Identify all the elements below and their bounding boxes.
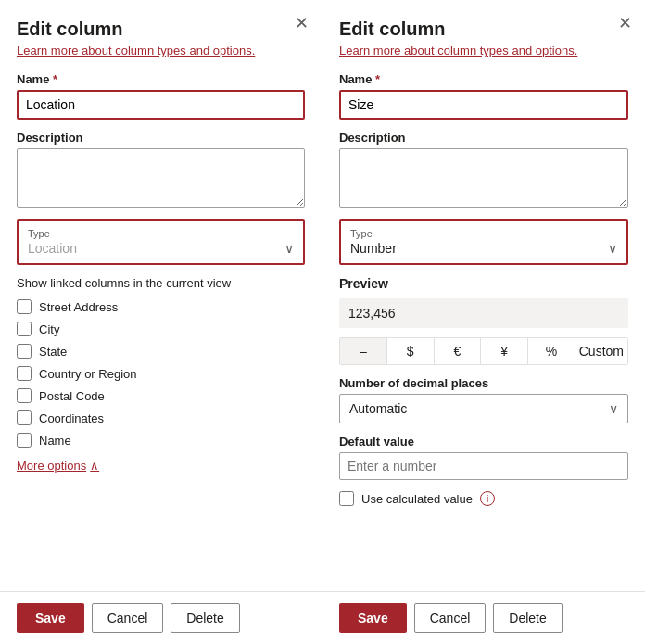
left-more-options[interactable]: More options ∧ <box>17 459 305 473</box>
format-btn-dollar[interactable]: $ <box>387 338 435 364</box>
right-save-button[interactable]: Save <box>339 603 407 633</box>
right-default-label: Default value <box>339 435 628 448</box>
left-checkbox-city-input[interactable] <box>17 322 32 336</box>
left-checkbox-state-label: State <box>39 345 67 359</box>
left-panel-title: Edit column <box>17 19 305 40</box>
right-type-value: Number <box>350 241 397 256</box>
format-btn-yen[interactable]: ¥ <box>481 338 528 364</box>
format-btn-euro[interactable]: € <box>435 338 482 364</box>
left-checkbox-country: Country or Region <box>17 366 305 381</box>
right-decimal-value: Automatic <box>349 401 407 416</box>
right-panel: ✕ Edit column Learn more about column ty… <box>322 0 645 644</box>
right-decimal-dropdown[interactable]: Automatic ∨ <box>339 394 628 423</box>
left-close-button[interactable]: ✕ <box>295 15 309 32</box>
right-name-input[interactable] <box>339 90 628 120</box>
left-type-label: Type <box>28 228 294 239</box>
left-type-section: Type Location ∨ <box>17 219 305 265</box>
right-footer: Save Cancel Delete <box>322 591 645 644</box>
right-name-label: Name * <box>339 72 628 86</box>
left-checkbox-name-label: Name <box>39 434 71 448</box>
right-calc-row: Use calculated value i <box>339 491 628 506</box>
left-checkbox-state-input[interactable] <box>17 344 32 359</box>
right-preview-label: Preview <box>339 276 628 291</box>
left-checkbox-name: Name <box>17 433 305 448</box>
right-cancel-button[interactable]: Cancel <box>414 603 487 633</box>
left-show-linked-label: Show linked columns in the current view <box>17 276 305 290</box>
left-checkbox-country-label: Country or Region <box>39 367 137 381</box>
left-panel-subtitle[interactable]: Learn more about column types and option… <box>17 44 305 57</box>
right-type-label: Type <box>350 228 617 239</box>
left-checkbox-state: State <box>17 344 305 359</box>
right-type-dropdown[interactable]: Number ∨ <box>350 241 617 256</box>
right-close-button[interactable]: ✕ <box>618 15 632 32</box>
left-checkbox-street: Street Address <box>17 299 305 314</box>
right-calc-checkbox[interactable] <box>339 491 354 506</box>
right-panel-title: Edit column <box>339 19 628 40</box>
left-type-dropdown[interactable]: Location ∨ <box>28 241 294 256</box>
right-description-label: Description <box>339 131 628 145</box>
right-chevron-icon: ∨ <box>608 241 617 256</box>
left-checkbox-street-label: Street Address <box>39 300 118 314</box>
format-btn-percent[interactable]: % <box>528 338 575 364</box>
right-delete-button[interactable]: Delete <box>493 603 562 633</box>
left-save-button[interactable]: Save <box>17 603 84 633</box>
right-info-icon[interactable]: i <box>480 491 495 506</box>
right-preview-value: 123,456 <box>339 298 628 328</box>
left-cancel-button[interactable]: Cancel <box>92 603 164 633</box>
left-checkbox-postal-input[interactable] <box>17 388 32 403</box>
left-checkbox-city-label: City <box>39 322 59 336</box>
left-delete-button[interactable]: Delete <box>171 603 239 633</box>
left-checkbox-name-input[interactable] <box>17 433 32 448</box>
right-format-row: – $ € ¥ % Custom <box>339 337 628 365</box>
format-btn-dash[interactable]: – <box>340 338 387 364</box>
left-checkbox-postal: Postal Code <box>17 388 305 403</box>
left-name-label: Name * <box>17 72 305 86</box>
right-decimal-chevron-icon: ∨ <box>609 401 618 416</box>
left-checkbox-postal-label: Postal Code <box>39 389 105 403</box>
left-chevron-icon: ∨ <box>285 241 294 256</box>
left-description-label: Description <box>17 131 305 145</box>
format-btn-custom[interactable]: Custom <box>575 338 627 364</box>
right-panel-subtitle[interactable]: Learn more about column types and option… <box>339 44 628 57</box>
left-footer: Save Cancel Delete <box>0 591 322 644</box>
left-panel: ✕ Edit column Learn more about column ty… <box>0 0 322 644</box>
left-checkbox-coordinates: Coordinates <box>17 410 305 425</box>
left-description-input[interactable] <box>17 148 305 208</box>
more-options-chevron-icon: ∧ <box>90 459 99 473</box>
left-checkbox-coordinates-input[interactable] <box>17 410 32 425</box>
left-type-value: Location <box>28 241 77 256</box>
right-description-input[interactable] <box>339 148 628 208</box>
left-name-input[interactable] <box>17 90 305 120</box>
left-checkbox-city: City <box>17 322 305 336</box>
left-checkbox-coordinates-label: Coordinates <box>39 411 104 425</box>
right-type-section: Type Number ∨ <box>339 219 628 265</box>
right-decimal-label: Number of decimal places <box>339 376 628 390</box>
right-default-input[interactable] <box>339 452 628 480</box>
left-checkbox-country-input[interactable] <box>17 366 32 381</box>
right-calc-label: Use calculated value <box>361 492 473 506</box>
left-checkbox-street-input[interactable] <box>17 299 32 314</box>
